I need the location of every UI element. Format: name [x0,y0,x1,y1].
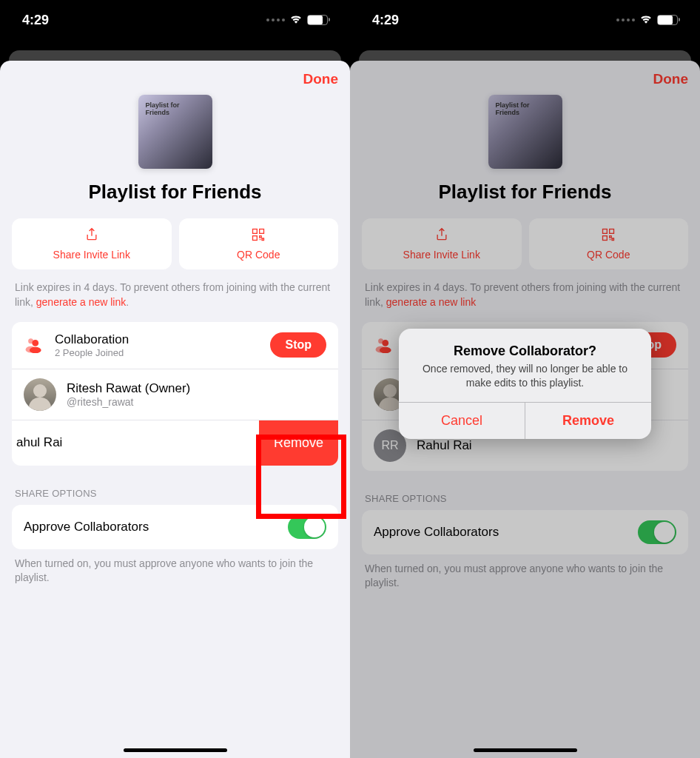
stop-button[interactable]: Stop [270,332,326,358]
share-icon [84,227,99,244]
battery-icon [307,15,328,25]
member-name: ahul Rai [12,435,62,450]
alert-message: Once removed, they will no longer be abl… [412,362,638,390]
share-label: Share Invite Link [53,249,130,261]
owner-handle: @ritesh_rawat [67,396,326,408]
remove-swipe-button[interactable]: Remove [259,420,338,466]
status-icons [266,13,328,27]
playlist-title: Playlist for Friends [12,181,338,204]
owner-row: Ritesh Rawat (Owner) @ritesh_rawat [12,369,338,420]
done-button[interactable]: Done [303,71,339,87]
playlist-artwork: Playlist forFriends [138,95,212,169]
link-expiry-info: Link expires in 4 days. To prevent other… [12,280,338,310]
approve-collaborators-row: Approve Collaborators [12,505,338,549]
signal-dots-icon [616,19,635,21]
qr-icon [251,227,266,244]
status-time: 4:29 [22,13,49,28]
qr-label: QR Code [237,249,280,261]
svg-point-6 [30,347,41,353]
people-icon [24,337,49,353]
collaboration-card: Collaboration 2 People Joined Stop Rites… [12,322,338,466]
signal-dots-icon [266,19,285,21]
svg-rect-2 [253,236,258,241]
wifi-icon [639,13,653,27]
approve-label: Approve Collaborators [24,520,149,534]
remove-collaborator-alert: Remove Collaborator? Once removed, they … [399,329,651,439]
approve-description: When turned on, you must approve anyone … [12,557,338,586]
status-icons [616,13,678,27]
collab-title: Collaboration [55,332,270,347]
generate-link[interactable]: generate a new link [36,296,126,308]
phone-right: 4:29 Done Playlist forFriends Playlist f… [350,0,700,758]
collab-sub: 2 People Joined [55,347,270,358]
share-invite-button[interactable]: Share Invite Link [12,218,172,269]
status-bar: 4:29 [0,0,350,40]
phone-left: 4:29 Done Playlist forFriends Playlist f… [0,0,350,758]
status-bar: 4:29 [350,0,700,40]
avatar [24,378,56,411]
alert-title: Remove Collaborator? [412,343,638,359]
alert-remove-button[interactable]: Remove [525,403,651,439]
qr-code-button[interactable]: QR Code [179,218,339,269]
share-options-header: SHARE OPTIONS [15,488,335,499]
home-indicator[interactable] [124,748,227,752]
collaboration-row: Collaboration 2 People Joined Stop [12,322,338,369]
svg-point-4 [32,340,38,346]
svg-rect-1 [260,229,264,234]
owner-name: Ritesh Rawat (Owner) [67,381,326,396]
battery-icon [657,15,678,25]
svg-rect-0 [253,229,258,234]
member-row-swiped[interactable]: ahul Rai Remove [12,420,338,466]
alert-cancel-button[interactable]: Cancel [399,403,525,439]
wifi-icon [289,13,303,27]
action-button-row: Share Invite Link QR Code [12,218,338,269]
artwork-label: Playlist forFriends [146,102,180,117]
status-time: 4:29 [372,13,399,28]
sheet: Done Playlist forFriends Playlist for Fr… [0,61,350,758]
approve-toggle[interactable] [288,515,326,539]
